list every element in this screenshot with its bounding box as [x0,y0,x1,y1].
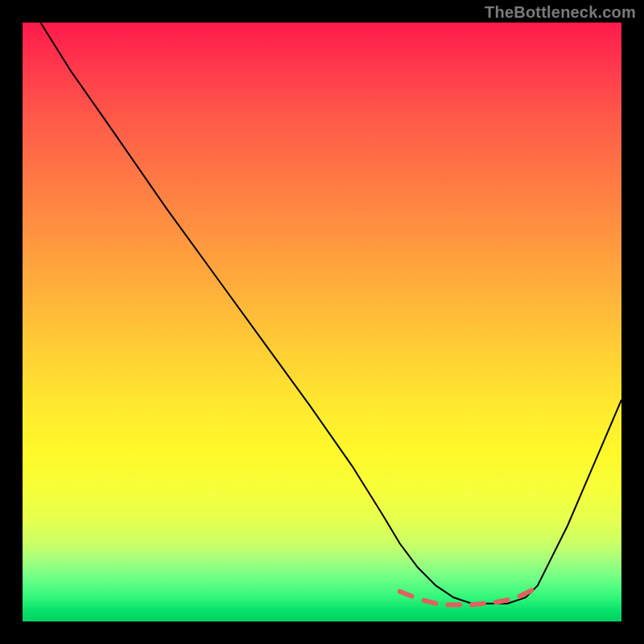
highlight-dash-segment [423,601,436,604]
highlight-dash-segment [520,590,532,596]
chart-svg [23,23,621,621]
highlight-dash-segment [496,600,508,602]
highlight-dash-segment [400,592,412,597]
chart-container: TheBottleneck.com [0,0,644,644]
curve-line [40,23,621,604]
highlight-dash-segment [472,604,484,605]
plot-area [23,23,621,621]
watermark-text: TheBottleneck.com [485,3,636,22]
